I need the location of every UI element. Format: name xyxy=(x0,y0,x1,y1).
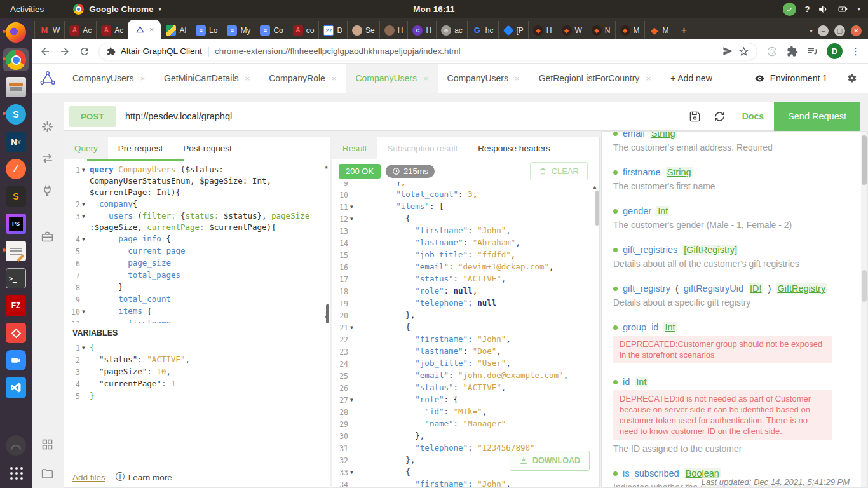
volume-icon[interactable] xyxy=(818,4,829,15)
result-scrollbar[interactable] xyxy=(595,191,599,226)
variables-header[interactable]: VARIABLES xyxy=(64,323,330,341)
field-type-link[interactable]: String xyxy=(666,167,693,177)
browser-tab[interactable]: ≡My xyxy=(222,21,255,39)
send-request-button[interactable]: Send Request xyxy=(774,102,860,131)
altair-tab[interactable]: CompanyUsers× xyxy=(346,64,437,93)
altair-tab[interactable]: CompanyRole× xyxy=(259,64,346,93)
browser-tab[interactable]: MW xyxy=(34,21,64,39)
dock-item-skype[interactable]: S xyxy=(3,103,29,126)
settings-gear-icon[interactable] xyxy=(846,72,858,84)
dock-item-show-applications[interactable] xyxy=(3,461,29,484)
page-scrollbar-thumb[interactable] xyxy=(862,270,867,302)
scroll-up-icon[interactable]: ▲ xyxy=(325,165,328,170)
docs-button[interactable]: Docs xyxy=(742,111,764,121)
dock-item-nx[interactable]: Nx xyxy=(3,130,29,153)
swap-arrows-icon[interactable] xyxy=(41,152,54,165)
forward-icon[interactable] xyxy=(59,46,71,57)
fold-caret-icon[interactable]: ▼ xyxy=(80,234,87,245)
tab-close-icon[interactable]: × xyxy=(646,74,651,83)
field-name[interactable]: group_id xyxy=(623,322,658,332)
fold-caret-icon[interactable]: ▼ xyxy=(80,342,87,354)
method-badge[interactable]: POST xyxy=(69,106,116,127)
scroll-up-icon[interactable]: ▲ xyxy=(592,184,597,190)
arg-type-link[interactable]: ID! xyxy=(749,283,763,294)
tab-response-headers[interactable]: Response headers xyxy=(468,137,560,159)
tab-close-icon[interactable]: × xyxy=(423,74,428,83)
caret-down-icon[interactable]: ▾ xyxy=(857,6,860,12)
fold-caret-icon[interactable]: ▼ xyxy=(80,211,87,233)
tab-subscription-result[interactable]: Subscription result xyxy=(377,137,468,159)
tab-post-request[interactable]: Post-request xyxy=(173,137,242,159)
environment-selector[interactable]: Environment 1 xyxy=(754,73,837,84)
dock-item-vscode[interactable] xyxy=(3,376,29,399)
dock-item-file-manager[interactable] xyxy=(3,76,29,98)
tab-query[interactable]: Query xyxy=(64,137,108,159)
briefcase-icon[interactable] xyxy=(41,230,54,243)
field-name[interactable]: gift_registry xyxy=(623,283,670,294)
fold-caret-icon[interactable]: ▼ xyxy=(348,395,355,406)
browser-tab[interactable]: ≡Lo xyxy=(191,21,222,39)
browser-tab[interactable]: × xyxy=(128,20,161,39)
download-button[interactable]: DOWNLOAD xyxy=(510,451,590,471)
altair-tab[interactable]: GetRegionListForCountry× xyxy=(529,64,660,93)
back-icon[interactable] xyxy=(39,46,51,57)
extension-dim-icon[interactable] xyxy=(766,45,778,58)
status-check-icon[interactable] xyxy=(783,3,796,16)
field-type-link[interactable]: GiftRegistry xyxy=(776,283,827,294)
query-editor[interactable]: 1▼query CompanyUsers ($status: CompanyUs… xyxy=(64,159,330,323)
reload-icon[interactable] xyxy=(79,46,90,57)
browser-tab[interactable]: [P xyxy=(498,21,528,39)
altair-tab[interactable]: CompanyUsers× xyxy=(63,64,154,93)
field-name[interactable]: is_subscribed xyxy=(623,468,679,478)
field-name[interactable]: gift_registries xyxy=(623,245,677,255)
field-type-link[interactable]: Int xyxy=(663,322,676,332)
extensions-puzzle-icon[interactable] xyxy=(787,46,798,57)
browser-tab[interactable]: 🜨ac xyxy=(436,21,467,39)
dock-item-terminal[interactable]: >_ xyxy=(3,267,29,290)
query-scrollbar[interactable] xyxy=(326,304,329,323)
dock-item-anydesk[interactable] xyxy=(3,322,29,344)
chrome-menu-icon[interactable]: ⋮ xyxy=(851,46,860,57)
browser-tab[interactable]: Ghc xyxy=(467,21,498,39)
save-icon[interactable] xyxy=(689,111,701,123)
fold-caret-icon[interactable]: ▼ xyxy=(80,306,87,318)
omnibox[interactable]: Altair GraphQL Client | chrome-extension… xyxy=(98,43,757,60)
grid-icon[interactable] xyxy=(41,438,54,451)
browser-tab[interactable]: ◆W xyxy=(557,21,587,39)
playlist-icon[interactable] xyxy=(806,45,818,57)
browser-tab[interactable]: AAc xyxy=(64,21,96,39)
fold-caret-icon[interactable]: ▼ xyxy=(348,201,355,213)
request-url-input[interactable]: http://pesdev.local/graphql xyxy=(125,111,682,121)
field-name[interactable]: email xyxy=(623,132,645,139)
field-type-link[interactable]: String xyxy=(650,132,677,139)
tab-close-icon[interactable]: × xyxy=(245,74,250,83)
browser-tab[interactable]: H xyxy=(379,21,408,39)
profile-avatar[interactable]: D xyxy=(827,43,843,59)
new-tab-button[interactable]: + xyxy=(674,24,695,39)
add-files-link[interactable]: Add files xyxy=(72,473,105,482)
browser-tab[interactable]: 27D xyxy=(318,21,347,39)
close-button[interactable]: ✕ xyxy=(851,25,862,36)
tab-result[interactable]: Result xyxy=(332,137,377,159)
clock[interactable]: Mon 16:11 xyxy=(0,4,868,14)
dock-item-chrome[interactable] xyxy=(3,48,29,71)
result-viewer[interactable]: 9 },10 "total_count": 3,11▼ "items": [12… xyxy=(332,182,599,487)
docs-scrollbar-thumb[interactable] xyxy=(862,135,867,185)
maximize-button[interactable]: ▢ xyxy=(834,25,845,36)
browser-tab[interactable]: eH xyxy=(407,21,436,39)
minimize-button[interactable]: – xyxy=(818,25,829,36)
docs-scrollbar-track[interactable] xyxy=(861,132,867,487)
clear-button[interactable]: CLEAR xyxy=(530,162,588,180)
field-type-link[interactable]: Int xyxy=(635,377,648,387)
tab-close-icon[interactable]: × xyxy=(140,74,145,83)
field-type-link[interactable]: [GiftRegistry] xyxy=(682,245,738,255)
browser-tab[interactable]: AAc xyxy=(96,21,128,39)
tab-pre-request[interactable]: Pre-request xyxy=(108,137,173,159)
plug-icon[interactable] xyxy=(41,184,54,197)
tab-close-icon[interactable]: × xyxy=(149,25,154,34)
dock-item-phpstorm[interactable]: PS xyxy=(3,212,29,235)
folder-icon[interactable] xyxy=(41,467,54,480)
field-name[interactable]: id xyxy=(623,377,630,387)
browser-tab[interactable]: ◆M xyxy=(615,21,644,39)
browser-tab[interactable]: Aco xyxy=(288,21,319,39)
